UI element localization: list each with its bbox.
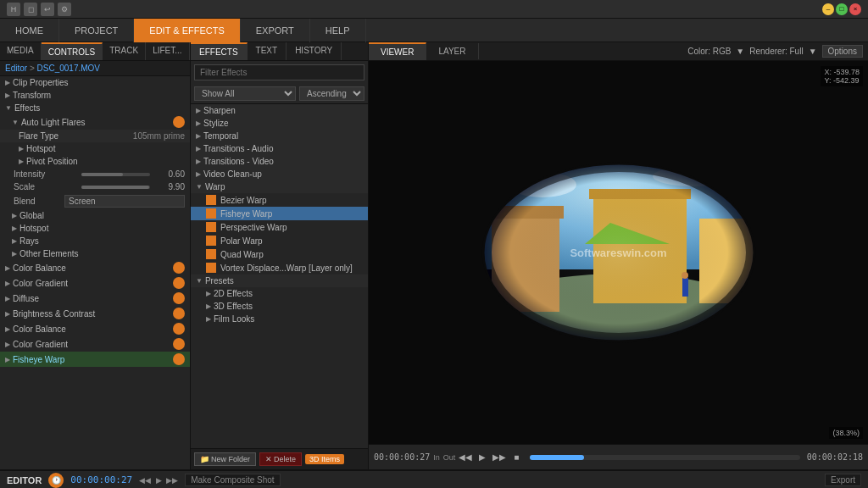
viewer-area[interactable]: Softwareswin.com X: -539.78 Y: -542.39 (… bbox=[369, 61, 868, 444]
nav-help[interactable]: HELP bbox=[310, 19, 366, 42]
fisheye-warp-effect-item[interactable]: Fisheye Warp bbox=[191, 207, 368, 220]
3d-effects-label: 3D Effects bbox=[214, 302, 253, 311]
polar-warp-item[interactable]: Polar Warp bbox=[191, 234, 368, 247]
presets-group-header[interactable]: ▼ Presets bbox=[191, 274, 368, 287]
prev-frame-button[interactable]: ◀◀ bbox=[459, 451, 472, 464]
next-frame-button[interactable]: ▶▶ bbox=[492, 451, 506, 464]
tab-history[interactable]: HISTORY bbox=[287, 42, 342, 60]
hotspot-item[interactable]: ▶ Hotspot bbox=[0, 142, 190, 155]
effects-panel: EFFECTS TEXT HISTORY Show All Ascending … bbox=[191, 42, 369, 469]
arrow-icon: ▶ bbox=[196, 132, 201, 140]
tab-viewer[interactable]: VIEWER bbox=[369, 42, 426, 60]
title-bar: H ◻ ↩ ⚙ – □ × bbox=[0, 0, 868, 19]
left-panel: MEDIA CONTROLS TRACK LIFET... Editor > D… bbox=[0, 42, 191, 469]
rays-item[interactable]: ▶ Rays bbox=[0, 235, 190, 247]
x-coord: X: -539.78 bbox=[824, 68, 860, 76]
film-looks-item[interactable]: ▶ Film Looks bbox=[191, 313, 368, 325]
editor-play-button[interactable]: ▶ bbox=[153, 474, 164, 486]
bezier-warp-item[interactable]: Bezier Warp bbox=[191, 193, 368, 207]
play-button[interactable]: ▶ bbox=[476, 451, 489, 464]
tab-lifet[interactable]: LIFET... bbox=[146, 42, 189, 60]
color-gradient2-item[interactable]: ▶ Color Gradient bbox=[0, 336, 190, 352]
diffuse-item[interactable]: ▶ Diffuse bbox=[0, 291, 190, 306]
sort-dropdown[interactable]: Ascending bbox=[299, 86, 364, 101]
arrow-icon: ▶ bbox=[5, 295, 10, 302]
global-item[interactable]: ▶ Global bbox=[0, 209, 190, 222]
temporal-group-header[interactable]: ▶ Temporal bbox=[191, 130, 368, 142]
options-button[interactable]: Options bbox=[822, 45, 863, 58]
nav-home[interactable]: HOME bbox=[0, 19, 59, 42]
maximize-button[interactable]: □ bbox=[836, 3, 848, 15]
vortex-item[interactable]: Vortex Displace...Warp [Layer only] bbox=[191, 261, 368, 274]
search-bar bbox=[191, 61, 368, 84]
close-button[interactable]: × bbox=[849, 3, 861, 15]
scale-slider[interactable] bbox=[81, 186, 150, 189]
editor-time-display: 00:00:00:27 bbox=[70, 474, 132, 485]
out-label: Out bbox=[443, 453, 456, 462]
blend-dropdown[interactable]: Screen bbox=[64, 195, 185, 208]
flare-type-label: Flare Type bbox=[19, 131, 133, 141]
video-cleanup-label: Video Clean-up bbox=[203, 169, 363, 179]
stop-button[interactable]: ■ bbox=[509, 451, 523, 464]
effects-item[interactable]: ▼ Effects bbox=[0, 102, 190, 114]
tab-layer[interactable]: LAYER bbox=[426, 43, 478, 59]
tab-text[interactable]: TEXT bbox=[248, 42, 287, 60]
playhead-bar[interactable] bbox=[530, 455, 800, 460]
transform-item[interactable]: ▶ Transform bbox=[0, 89, 190, 102]
brightness-contrast-label: Brightness & Contrast bbox=[13, 309, 170, 319]
2d-effects-item[interactable]: ▶ 2D Effects bbox=[191, 287, 368, 300]
perspective-warp-item[interactable]: Perspective Warp bbox=[191, 220, 368, 234]
nav-export[interactable]: EXPORT bbox=[241, 19, 310, 42]
other-elements-label: Other Elements bbox=[19, 249, 185, 258]
film-looks-label: Film Looks bbox=[214, 314, 254, 324]
auto-light-flares-item[interactable]: ▼ Auto Light Flares bbox=[0, 114, 190, 130]
video-cleanup-header[interactable]: ▶ Video Clean-up bbox=[191, 168, 368, 180]
new-folder-button[interactable]: 📁 New Folder bbox=[194, 452, 256, 466]
delete-icon: ✕ bbox=[265, 455, 272, 463]
color-gradient2-label: Color Gradient bbox=[13, 340, 170, 349]
clip-properties-item[interactable]: ▶ Clip Properties bbox=[0, 76, 190, 89]
export-button[interactable]: Export bbox=[825, 474, 861, 486]
tab-controls[interactable]: CONTROLS bbox=[42, 42, 103, 60]
color-balance2-item[interactable]: ▶ Color Balance bbox=[0, 321, 190, 336]
items-badge: 3D Items bbox=[305, 454, 344, 464]
fisheye-warp-item[interactable]: ▶ Fisheye Warp bbox=[0, 352, 190, 367]
effect-icon bbox=[173, 292, 185, 304]
auto-light-flares-label: Auto Light Flares bbox=[21, 118, 170, 127]
effects-search-input[interactable] bbox=[194, 64, 364, 80]
warp-group-header[interactable]: ▼ Warp bbox=[191, 180, 368, 193]
transitions-video-header[interactable]: ▶ Transitions - Video bbox=[191, 155, 368, 168]
quad-warp-item[interactable]: Quad Warp bbox=[191, 247, 368, 261]
show-all-dropdown[interactable]: Show All bbox=[194, 86, 296, 101]
intensity-slider[interactable] bbox=[81, 173, 150, 176]
transitions-audio-header[interactable]: ▶ Transitions - Audio bbox=[191, 142, 368, 155]
tab-media[interactable]: MEDIA bbox=[0, 42, 42, 60]
delete-button[interactable]: ✕ Delete bbox=[259, 452, 302, 466]
window-controls[interactable]: – □ × bbox=[822, 3, 861, 15]
tab-track[interactable]: TRACK bbox=[103, 42, 146, 60]
effect-icon bbox=[173, 277, 185, 289]
hotspot-label: Hotspot bbox=[26, 144, 185, 153]
sharpen-group-header[interactable]: ▶ Sharpen bbox=[191, 104, 368, 117]
editor-next-button[interactable]: ▶▶ bbox=[166, 474, 178, 486]
arrow-icon: ▼ bbox=[12, 119, 19, 126]
hotspot2-item[interactable]: ▶ Hotspot bbox=[0, 222, 190, 235]
color-balance-item[interactable]: ▶ Color Balance bbox=[0, 260, 190, 275]
arrow-icon: ▼ bbox=[196, 183, 203, 191]
tab-effects[interactable]: EFFECTS bbox=[191, 42, 248, 60]
brightness-contrast-item[interactable]: ▶ Brightness & Contrast bbox=[0, 306, 190, 321]
3d-effects-item[interactable]: ▶ 3D Effects bbox=[191, 300, 368, 313]
editor-prev-button[interactable]: ◀◀ bbox=[139, 474, 151, 486]
other-elements-item[interactable]: ▶ Other Elements bbox=[0, 247, 190, 260]
intensity-row: Intensity 0.60 bbox=[0, 168, 190, 180]
stylize-group-header[interactable]: ▶ Stylize bbox=[191, 117, 368, 130]
minimize-button[interactable]: – bbox=[822, 3, 834, 15]
make-composite-button[interactable]: Make Composite Shot bbox=[185, 474, 280, 486]
nav-project[interactable]: PROJECT bbox=[59, 19, 134, 42]
pivot-position-item[interactable]: ▶ Pivot Position bbox=[0, 155, 190, 168]
effect-item-icon bbox=[206, 236, 216, 246]
nav-edit-effects[interactable]: EDIT & EFFECTS bbox=[134, 19, 240, 42]
color-gradient-item[interactable]: ▶ Color Gradient bbox=[0, 275, 190, 291]
clip-properties-label: Clip Properties bbox=[13, 78, 185, 87]
stylize-label: Stylize bbox=[203, 119, 363, 128]
